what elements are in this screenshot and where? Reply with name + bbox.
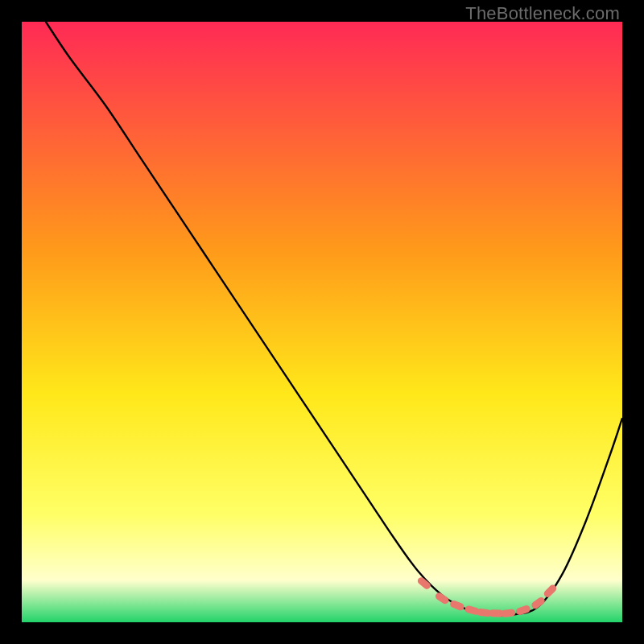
- gradient-background: [22, 22, 622, 622]
- chart-frame: TheBottleneck.com: [0, 0, 644, 644]
- plot-area: [22, 22, 622, 622]
- chart-svg: [22, 22, 622, 622]
